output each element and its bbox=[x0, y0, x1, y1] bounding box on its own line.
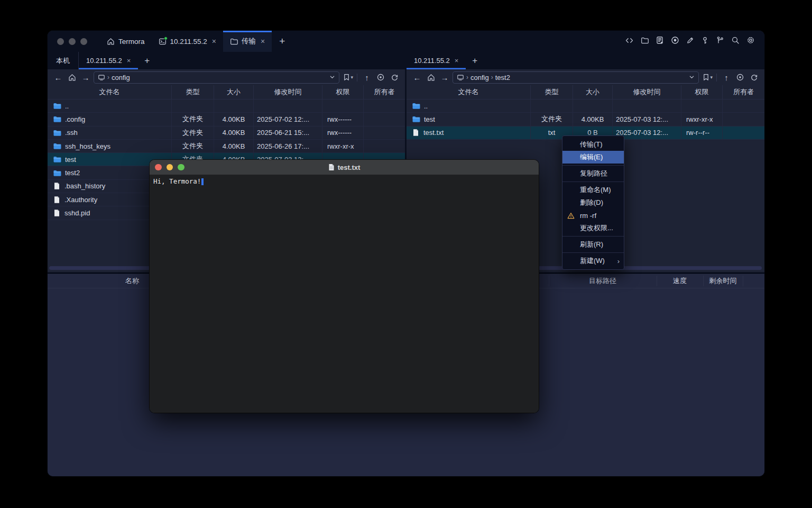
title-tab-bar: Termora10.211.55.2×传输× bbox=[100, 31, 272, 52]
refresh-icon bbox=[391, 74, 399, 81]
left-upload-button[interactable]: ↑ bbox=[361, 71, 373, 83]
file-name-text: sshd.pid bbox=[64, 209, 90, 217]
column-header-大小[interactable]: 大小 bbox=[214, 85, 254, 99]
title-tab-Termora[interactable]: Termora bbox=[100, 31, 152, 52]
record-icon[interactable] bbox=[671, 36, 679, 47]
column-header-类型[interactable]: 类型 bbox=[531, 85, 573, 99]
column-header-文件名[interactable]: 文件名 bbox=[48, 85, 172, 99]
menu-item-编辑(E)[interactable]: 编辑(E) bbox=[562, 151, 624, 164]
right-refresh-button[interactable] bbox=[748, 71, 760, 83]
file-type-cell bbox=[531, 99, 573, 112]
transfer-column-target-path[interactable]: 目标路径 bbox=[549, 274, 657, 288]
file-row-.ssh[interactable]: .ssh文件夹4.00KB2025-06-21 15:...rwx------ bbox=[48, 126, 405, 140]
new-title-tab-button[interactable]: + bbox=[272, 31, 292, 52]
right-upload-button[interactable]: ↑ bbox=[721, 71, 732, 83]
tab-close-icon[interactable]: × bbox=[212, 37, 216, 46]
file-name-text: .ssh bbox=[65, 129, 78, 137]
title-tab-10.211.55.2[interactable]: 10.211.55.2× bbox=[152, 31, 224, 52]
branch-icon[interactable] bbox=[716, 36, 724, 47]
file-name-cell: test bbox=[407, 113, 531, 125]
search-icon[interactable] bbox=[731, 36, 740, 47]
right-forward-button[interactable]: → bbox=[439, 71, 450, 83]
editor-titlebar[interactable]: test.txt bbox=[150, 160, 539, 175]
right-show-hidden-toggle[interactable] bbox=[734, 71, 746, 83]
bookmark-dropdown-icon[interactable]: ▾ bbox=[350, 75, 353, 80]
folder-outline-icon[interactable] bbox=[641, 37, 649, 47]
menu-item-rm -rf[interactable]: rm -rf bbox=[562, 209, 624, 222]
file-name-cell: ssh_host_keys bbox=[48, 140, 172, 152]
bookmark-dropdown-icon[interactable]: ▾ bbox=[710, 75, 713, 80]
file-modified-cell bbox=[613, 99, 681, 112]
file-row-test[interactable]: test文件夹4.00KB2025-07-03 12:...rwxr-xr-x bbox=[407, 113, 764, 126]
file-name-text: test bbox=[424, 115, 435, 123]
bookmark-icon bbox=[343, 74, 350, 81]
menu-item-传输(T)[interactable]: 传输(T) bbox=[562, 138, 624, 151]
menu-item-新建(W)[interactable]: 新建(W)› bbox=[562, 255, 624, 267]
log-icon[interactable] bbox=[656, 36, 664, 47]
pencil-icon[interactable] bbox=[686, 37, 694, 47]
menu-item-重命名(M)[interactable]: 重命名(M) bbox=[562, 184, 624, 196]
title-tab-label: Termora bbox=[118, 38, 145, 46]
title-tab-传输[interactable]: 传输× bbox=[223, 31, 272, 52]
right-new-conn-tab-button[interactable]: + bbox=[466, 52, 484, 69]
breadcrumb-segment[interactable]: config bbox=[470, 74, 489, 81]
tab-close-icon[interactable]: × bbox=[455, 57, 459, 65]
file-type-cell: 文件夹 bbox=[172, 140, 214, 152]
left-forward-button[interactable]: → bbox=[80, 71, 91, 83]
column-header-权限[interactable]: 权限 bbox=[681, 85, 723, 99]
file-row-ssh_host_keys[interactable]: ssh_host_keys文件夹4.00KB2025-06-26 17:...r… bbox=[48, 140, 405, 153]
file-row-..[interactable]: .. bbox=[48, 99, 405, 113]
left-path-combobox[interactable]: ›config bbox=[94, 71, 339, 84]
file-type-cell: 文件夹 bbox=[172, 126, 214, 139]
minimize-window-button[interactable] bbox=[69, 38, 76, 45]
eye-icon bbox=[376, 73, 385, 81]
column-header-所有者[interactable]: 所有者 bbox=[364, 85, 405, 99]
left-new-conn-tab-button[interactable]: + bbox=[138, 52, 156, 69]
right-back-button[interactable]: ← bbox=[411, 71, 423, 83]
editor-content[interactable]: Hi, Termora! bbox=[150, 175, 539, 413]
column-header-大小[interactable]: 大小 bbox=[573, 85, 613, 99]
transfer-column-speed[interactable]: 速度 bbox=[657, 274, 703, 288]
code-icon[interactable] bbox=[625, 37, 634, 47]
file-owner-cell bbox=[364, 99, 405, 112]
key-icon[interactable] bbox=[701, 37, 709, 47]
left-refresh-button[interactable] bbox=[389, 71, 400, 83]
left-bookmark-button[interactable]: ▾ bbox=[342, 74, 353, 81]
right-home-button[interactable] bbox=[425, 71, 437, 83]
right-bookmark-button[interactable]: ▾ bbox=[701, 74, 713, 81]
file-modified-cell: 2025-07-02 12:... bbox=[254, 113, 322, 125]
file-row-.config[interactable]: .config文件夹4.00KB2025-07-02 12:...rwx----… bbox=[48, 113, 405, 126]
right-path-dropdown-icon[interactable] bbox=[689, 74, 695, 81]
menu-item-删除(D)[interactable]: 删除(D) bbox=[562, 196, 624, 209]
left-conn-tab-本机[interactable]: 本机 bbox=[48, 52, 79, 69]
file-row-..[interactable]: .. bbox=[407, 99, 764, 113]
left-path-dropdown-icon[interactable] bbox=[329, 74, 335, 81]
left-back-button[interactable]: ← bbox=[52, 71, 64, 83]
left-show-hidden-toggle[interactable] bbox=[375, 71, 386, 83]
menu-item-复制路径[interactable]: 复制路径 bbox=[562, 167, 624, 180]
menu-item-label: 传输(T) bbox=[580, 140, 603, 149]
menu-item-label: 复制路径 bbox=[580, 169, 607, 178]
column-header-所有者[interactable]: 所有者 bbox=[723, 85, 764, 99]
breadcrumb-segment[interactable]: config bbox=[112, 74, 130, 81]
maximize-window-button[interactable] bbox=[80, 38, 87, 45]
menu-item-刷新(R)[interactable]: 刷新(R) bbox=[562, 238, 624, 251]
close-window-button[interactable] bbox=[57, 38, 64, 45]
column-header-文件名[interactable]: 文件名 bbox=[407, 85, 531, 99]
column-header-修改时间[interactable]: 修改时间 bbox=[254, 85, 322, 99]
left-home-button[interactable] bbox=[66, 71, 78, 83]
file-permissions-cell bbox=[322, 99, 364, 112]
right-conn-tab-10.211.55.2[interactable]: 10.211.55.2× bbox=[407, 52, 466, 69]
column-header-修改时间[interactable]: 修改时间 bbox=[613, 85, 681, 99]
breadcrumb-segment[interactable]: test2 bbox=[495, 74, 510, 81]
transfer-column-remaining[interactable]: 剩余时间 bbox=[703, 274, 743, 288]
column-header-类型[interactable]: 类型 bbox=[172, 85, 214, 99]
menu-item-更改权限...[interactable]: 更改权限... bbox=[562, 222, 624, 234]
settings-icon[interactable] bbox=[746, 36, 755, 47]
menu-item-label: 重命名(M) bbox=[580, 185, 611, 195]
column-header-权限[interactable]: 权限 bbox=[322, 85, 364, 99]
tab-close-icon[interactable]: × bbox=[261, 37, 265, 46]
right-path-combobox[interactable]: ›config›test2 bbox=[453, 71, 699, 84]
left-conn-tab-10.211.55.2[interactable]: 10.211.55.2× bbox=[79, 52, 138, 69]
tab-close-icon[interactable]: × bbox=[127, 57, 131, 65]
